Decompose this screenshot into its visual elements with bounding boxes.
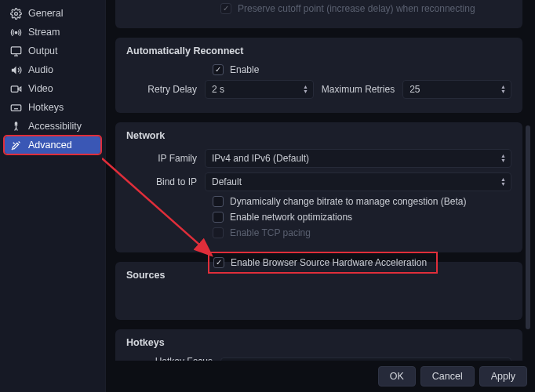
checkbox-icon <box>213 64 224 75</box>
preserve-cutoff-checkbox[interactable]: Preserve cutoff point (increase delay) w… <box>220 3 511 14</box>
dialog-footer: OK Cancel Apply <box>0 361 535 392</box>
ip-family-select[interactable]: IPv4 and IPv6 (Default) ▲▼ <box>205 149 511 168</box>
max-retries-spinner[interactable]: 25 ▲▼ <box>402 80 511 99</box>
content-area: Preserve cutoff point (increase delay) w… <box>106 0 535 361</box>
sidebar-item-label: General <box>28 8 63 19</box>
section-title: Network <box>126 130 511 141</box>
scrollbar[interactable] <box>526 125 530 329</box>
section-title: Hotkeys <box>126 337 511 348</box>
svg-rect-2 <box>11 46 21 53</box>
spinner-arrows-icon: ▲▼ <box>303 85 308 94</box>
video-icon <box>9 82 22 95</box>
cancel-button[interactable]: Cancel <box>420 366 475 387</box>
sidebar-item-label: Advanced <box>28 140 72 151</box>
speaker-icon <box>9 64 22 76</box>
accessibility-icon <box>9 120 22 132</box>
tcp-pacing-checkbox[interactable]: Enable TCP pacing <box>213 227 511 238</box>
retry-delay-label: Retry Delay <box>126 84 205 95</box>
wifi-icon <box>9 26 22 38</box>
checkbox-icon <box>213 212 224 223</box>
hw-accel-checkbox[interactable]: Enable Browser Source Hardware Accelerat… <box>208 252 438 274</box>
svg-point-0 <box>14 12 17 15</box>
max-retries-value: 25 <box>409 84 420 95</box>
chevron-updown-icon: ▲▼ <box>500 154 506 163</box>
preserve-cutoff-label: Preserve cutoff point (increase delay) w… <box>238 3 475 14</box>
svg-point-1 <box>15 31 17 34</box>
bind-ip-row: Bind to IP Default ▲▼ <box>126 172 511 191</box>
sidebar: General Stream Output Audio Video Hotkey… <box>0 0 106 392</box>
keyboard-icon <box>9 101 22 114</box>
apply-button[interactable]: Apply <box>479 366 527 387</box>
sidebar-item-stream[interactable]: Stream <box>5 24 100 41</box>
section-network: Network IP Family IPv4 and IPv6 (Default… <box>115 122 522 252</box>
chevron-updown-icon: ▲▼ <box>500 177 506 187</box>
sidebar-item-label: Stream <box>28 27 60 38</box>
section-title: Automatically Reconnect <box>126 45 511 56</box>
sidebar-item-advanced[interactable]: Advanced <box>5 136 100 154</box>
retry-delay-value: 2 s <box>212 84 224 95</box>
section-auto-reconnect: Automatically Reconnect Enable Retry Del… <box>115 38 522 113</box>
enable-checkbox[interactable]: Enable <box>213 64 511 75</box>
spinner-arrows-icon: ▲▼ <box>500 85 506 94</box>
checkbox-icon <box>213 196 224 207</box>
svg-point-5 <box>15 122 17 124</box>
max-retries-label: Maximum Retries <box>322 84 395 95</box>
sidebar-item-label: Video <box>28 83 53 94</box>
bind-ip-value: Default <box>212 176 242 187</box>
checkbox-icon <box>220 3 231 14</box>
net-opt-checkbox[interactable]: Enable network optimizations <box>213 212 511 223</box>
sidebar-item-label: Hotkeys <box>28 102 64 113</box>
net-opt-label: Enable network optimizations <box>230 212 352 223</box>
svg-rect-3 <box>11 85 18 92</box>
enable-label: Enable <box>230 64 259 75</box>
section-hotkeys: Hotkeys Hotkey Focus Behavior Never disa… <box>115 329 522 361</box>
bind-ip-select[interactable]: Default ▲▼ <box>205 172 511 191</box>
svg-rect-4 <box>11 104 21 111</box>
sidebar-item-general[interactable]: General <box>5 5 100 22</box>
section-prev: Preserve cutoff point (increase delay) w… <box>115 0 522 28</box>
monitor-icon <box>9 45 22 57</box>
sidebar-item-label: Audio <box>28 64 53 75</box>
sidebar-item-label: Accessibility <box>28 121 82 132</box>
retry-delay-row: Retry Delay 2 s ▲▼ Maximum Retries 25 ▲▼ <box>126 80 511 99</box>
ip-family-row: IP Family IPv4 and IPv6 (Default) ▲▼ <box>126 149 511 168</box>
ip-family-value: IPv4 and IPv6 (Default) <box>212 153 309 164</box>
checkbox-icon <box>213 227 224 238</box>
checkbox-icon <box>213 257 224 268</box>
ok-button[interactable]: OK <box>378 366 416 387</box>
gear-icon <box>9 7 22 20</box>
tools-icon <box>9 139 22 151</box>
tcp-pacing-label: Enable TCP pacing <box>230 227 311 238</box>
sidebar-item-accessibility[interactable]: Accessibility <box>5 118 100 135</box>
bind-ip-label: Bind to IP <box>126 176 205 187</box>
dyn-bitrate-label: Dynamically change bitrate to manage con… <box>230 196 467 207</box>
sidebar-item-output[interactable]: Output <box>5 42 100 60</box>
sidebar-item-video[interactable]: Video <box>5 80 100 97</box>
retry-delay-spinner[interactable]: 2 s ▲▼ <box>205 80 314 99</box>
sidebar-item-audio[interactable]: Audio <box>5 61 100 78</box>
sidebar-item-label: Output <box>28 45 58 56</box>
dyn-bitrate-checkbox[interactable]: Dynamically change bitrate to manage con… <box>213 196 511 207</box>
sidebar-item-hotkeys[interactable]: Hotkeys <box>5 99 100 116</box>
hw-accel-label: Enable Browser Source Hardware Accelerat… <box>231 257 427 268</box>
ip-family-label: IP Family <box>126 153 205 164</box>
